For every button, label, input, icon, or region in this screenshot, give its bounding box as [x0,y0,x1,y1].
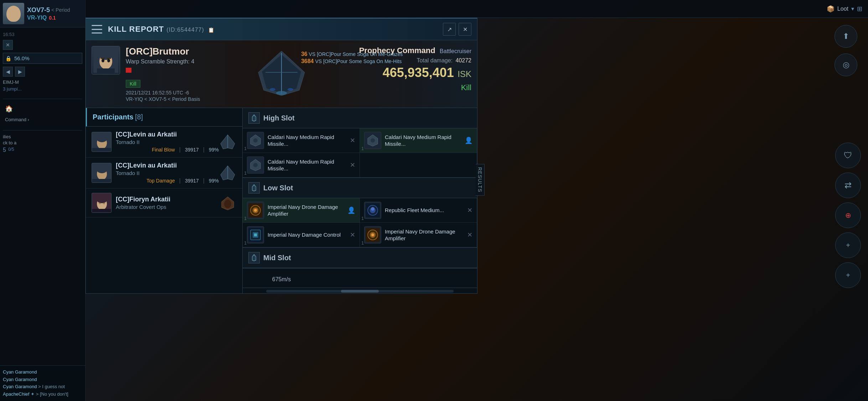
chat-line-3: Cyan Garamond > I guess not [3,383,82,391]
command-nav[interactable]: Command › [3,115,82,124]
participant-avatar-1 [92,132,112,152]
ship-type: Battlecruiser [440,48,471,54]
low-slot-icon-1 [247,202,264,219]
loot-icon: 📦 [827,5,835,13]
chat-line-2: Cyan Garamond [3,376,82,384]
nav-arrow-2[interactable]: ▶ [15,67,25,77]
low-slot-name-1: Imperial Navy Drone Damage Amplifier [268,204,347,217]
high-slot-name-1: Caldari Navy Medium Rapid Missile... [268,134,350,148]
damage-value: 40272 [456,57,472,63]
bracket-text: < Period [51,7,70,13]
target-btn[interactable]: ⊕ [835,202,861,228]
high-slot-remove-2[interactable]: ✕ [350,161,355,169]
low-slot-icon-2 [247,226,264,243]
participant-item-1[interactable]: [CC]Levin au Arkatii Tornado II Final Bl… [86,127,242,158]
action-btn-2[interactable]: ◎ [835,53,857,76]
chat-name-3: Cyan Garamond [3,384,37,389]
action-btn-1[interactable]: ⬆ [835,25,857,48]
fleet-section: ilies ck to a 5 0/5 [3,130,82,153]
svg-point-35 [103,202,105,204]
mid-slot-header: Mid Slot [243,248,477,268]
plus-btn-2[interactable]: + [835,262,861,288]
low-slot-item-1[interactable]: 1 Imperial Navy Drone Damage Amplifier 👤 [243,198,360,223]
low-slot-remove-2[interactable]: ✕ [350,231,355,239]
face-circle [6,6,21,22]
low-slot-items: 1 Imperial Navy Drone Damage Amplifier 👤 [243,198,477,247]
participant-damage-2: 39917 [185,178,199,184]
left-nav: 16:53 ✕ 🔒 56.0% ◀ ▶ EIMJ-M 3 jumpi... 🏠 … [0,27,85,158]
low-slot-remove-4[interactable]: ✕ [467,231,472,239]
participant-ship-icon-1 [219,133,237,151]
high-slot-icon-1 [247,132,264,149]
svg-point-4 [107,59,110,62]
low-slot-item-3[interactable]: 1 Republic Fleet Medium... ✕ [360,198,477,223]
low-slot-icon-4 [364,226,381,243]
player-avatar [3,3,24,24]
copy-icon[interactable]: 📋 [208,27,215,33]
close-button[interactable]: ✕ [459,23,471,36]
low-slot-header: Low Slot [243,178,477,198]
svg-point-34 [99,202,101,204]
fleet-counter: 5 0/5 [3,147,82,153]
participant-stats-2: Top Damage | 39917 | 99% [116,178,219,184]
close-btn[interactable]: ✕ [3,40,13,50]
main-content-area: Participants [8] [CC]Levin au Arkatii To… [86,108,477,293]
kill-report-header: KILL REPORT (ID:6544477) 📋 ↗ ✕ [86,19,477,40]
low-slot-name-3: Republic Fleet Medium... [385,207,467,214]
nav-icons: ✕ [3,40,82,50]
swap-btn[interactable]: ⇄ [835,173,861,198]
participants-title: Participants [93,113,133,121]
svg-rect-33 [92,209,112,213]
loot-arrow[interactable]: ▾ [851,5,854,12]
fleet-count: 5 [3,147,6,153]
participants-count: [8] [135,113,143,121]
right-action-panel: ⬆ ◎ [835,25,857,76]
scrollbar-track[interactable] [266,290,454,293]
chat-line-4: ApacheChief ✦ > [No you don't] [3,391,82,398]
participant-ship-icon-2 [219,164,237,182]
shield-btn[interactable]: 🛡 [835,143,861,168]
high-slot-person-3[interactable]: 👤 [465,137,472,144]
high-slot-remove-1[interactable]: ✕ [350,137,355,144]
side-nav-section: 🏠 Command › [3,99,82,124]
participant-item-2[interactable]: [CC]Levin au Arkatii Tornado II Top Dama… [86,158,242,189]
low-slot-item-4[interactable]: 1 Imperial Navy Drone Damage Amplifier ✕ [360,223,477,247]
system-name: XOV7-5 [27,6,50,14]
top-right: 📦 Loot ▾ ⊞ [827,5,862,13]
chat-name-4: ApacheChief [3,391,29,397]
scrollbar-thumb[interactable] [341,290,378,293]
low-slot-remove-3[interactable]: ✕ [467,206,472,214]
high-slot-item-2[interactable]: 1 Caldari Navy Medium Rapid Missile... ✕ [243,153,360,178]
nav-arrow[interactable]: ◀ [3,67,13,77]
participant-item-3[interactable]: [CC]Fioryn Arkatii Arbitrator Covert Ops [86,189,242,217]
plus-btn-1[interactable]: + [835,232,861,258]
high-slot-title: High Slot [263,114,295,122]
chat-name-2: Cyan Garamond [3,377,37,382]
high-slot-item-1[interactable]: 1 Caldari Navy Medium Rapid Missile... ✕ [243,128,360,153]
mid-slot-icon [248,252,260,263]
export-button[interactable]: ↗ [443,23,456,36]
filter-icon[interactable]: ⊞ [857,5,862,13]
svg-point-45 [371,138,375,143]
svg-point-42 [253,138,258,143]
scrollbar-area[interactable] [243,288,477,293]
chat-line-1: Cyan Garamond [3,369,82,376]
high-slot-icon-2 [247,156,264,174]
chat-text-4: > [No you don't] [36,391,68,397]
equipment-panel: High Slot 1 Caldari Navy Medi [243,108,477,293]
avatar-face [3,3,24,24]
participant-pct-2: 99% [209,178,219,184]
victim-face [92,46,120,74]
participant-pct-1: 99% [209,147,219,153]
menu-icon[interactable] [92,25,102,34]
high-slot-item-3[interactable]: 1 Caldari Navy Medium Rapid Missile... 👤 [360,128,477,153]
subsystem-name: VR-YIQ [27,15,47,21]
nav-home[interactable]: 🏠 [3,103,82,115]
low-slot-person-1[interactable]: 👤 [347,206,355,214]
fleet-label-2: ck to a [3,140,82,145]
low-slot-item-2[interactable]: 1 Imperial Navy Damage Control ✕ [243,223,360,247]
svg-rect-26 [92,179,112,183]
participant-details-3: [CC]Fioryn Arkatii Arbitrator Covert Ops [116,196,219,210]
action-icons[interactable]: ◀ ▶ [3,67,82,77]
loot-label[interactable]: Loot [837,6,848,12]
